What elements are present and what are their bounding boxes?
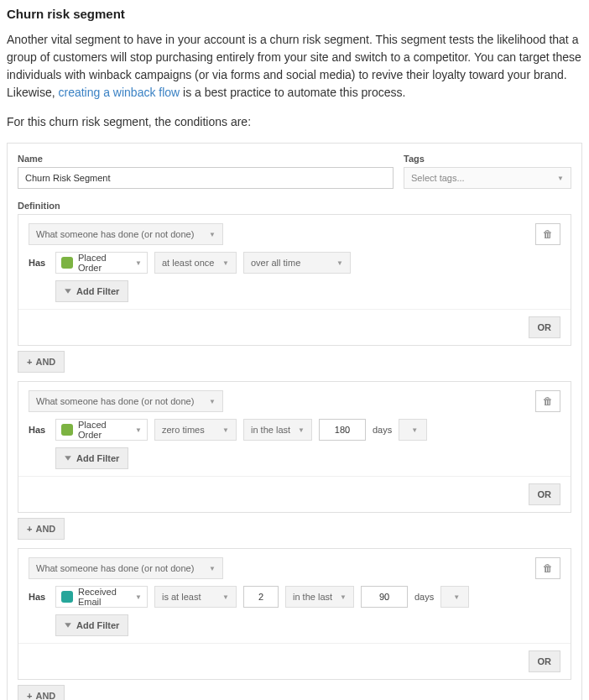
timerange-text: in the last xyxy=(251,425,290,435)
operator-text: is at least xyxy=(162,592,201,602)
intro-paragraph: Another vital segment to have in your ac… xyxy=(7,31,582,102)
event-select[interactable]: Placed Order▼ xyxy=(55,252,148,274)
or-button[interactable]: OR xyxy=(529,650,561,672)
unit-label: days xyxy=(414,592,434,602)
operator-select[interactable]: is at least▼ xyxy=(154,586,237,608)
chevron-down-icon: ▼ xyxy=(298,426,305,434)
condition-type-text: What someone has done (or not done) xyxy=(36,563,194,573)
timerange-select[interactable]: in the last▼ xyxy=(285,586,354,608)
chevron-down-icon: ▼ xyxy=(557,175,564,182)
or-button[interactable]: OR xyxy=(529,316,561,338)
has-label: Has xyxy=(29,425,49,435)
chevron-down-icon: ▼ xyxy=(222,259,229,267)
timerange-select[interactable]: in the last▼ xyxy=(243,419,312,441)
operator-text: zero times xyxy=(162,425,205,435)
and-button[interactable]: + AND xyxy=(18,351,65,373)
shopify-icon xyxy=(61,424,73,436)
winback-flow-link[interactable]: creating a winback flow xyxy=(58,86,180,99)
chevron-down-icon: ▼ xyxy=(135,426,142,434)
count-input[interactable] xyxy=(243,586,279,608)
name-label: Name xyxy=(18,154,394,164)
section-title: Churn risk segment xyxy=(7,7,582,21)
intro-text-2: is a best practice to automate this proc… xyxy=(180,86,405,99)
operator-select[interactable]: at least once▼ xyxy=(154,252,237,274)
timerange-select[interactable]: over all time▼ xyxy=(243,252,351,274)
chevron-down-icon: ▼ xyxy=(222,593,229,601)
tags-select[interactable]: Select tags...▼ xyxy=(404,167,571,189)
chevron-down-icon: ▼ xyxy=(209,231,216,238)
klaviyo-icon xyxy=(61,591,73,603)
timerange-text: in the last xyxy=(293,592,332,602)
segment-builder-panel: Name Tags Select tags...▼ Definition 🗑 W… xyxy=(7,143,582,700)
operator-text: at least once xyxy=(162,258,214,268)
chevron-down-icon: ▼ xyxy=(135,259,142,267)
delete-button[interactable]: 🗑 xyxy=(535,223,560,245)
condition-type-text: What someone has done (or not done) xyxy=(36,396,194,406)
tags-label: Tags xyxy=(404,154,571,164)
event-text: Placed Order xyxy=(78,420,130,440)
condition-type-text: What someone has done (or not done) xyxy=(36,229,194,239)
chevron-down-icon: ▼ xyxy=(135,593,142,601)
condition-group: 🗑 What someone has done (or not done)▼ H… xyxy=(18,381,571,513)
timerange-value-input[interactable] xyxy=(319,419,366,441)
operator-select[interactable]: zero times▼ xyxy=(154,419,237,441)
add-filter-button[interactable]: Add Filter xyxy=(55,447,128,469)
tags-placeholder: Select tags... xyxy=(411,173,465,183)
shopify-icon xyxy=(61,257,73,269)
chevron-down-icon: ▼ xyxy=(336,259,343,267)
condition-type-select[interactable]: What someone has done (or not done)▼ xyxy=(29,223,223,245)
condition-type-select[interactable]: What someone has done (or not done)▼ xyxy=(29,390,223,412)
conditions-intro: For this churn risk segment, the conditi… xyxy=(7,113,582,131)
delete-button[interactable]: 🗑 xyxy=(535,390,560,412)
has-label: Has xyxy=(29,592,49,602)
has-label: Has xyxy=(29,258,49,268)
segment-name-input[interactable] xyxy=(18,167,394,189)
chevron-down-icon: ▼ xyxy=(209,565,216,572)
event-text: Received Email xyxy=(78,587,130,607)
trash-icon: 🗑 xyxy=(543,562,553,574)
chevron-down-icon: ▼ xyxy=(411,426,418,434)
delete-button[interactable]: 🗑 xyxy=(535,557,560,579)
unit-select[interactable]: ▼ xyxy=(399,419,427,441)
and-text: AND xyxy=(35,691,55,700)
event-select[interactable]: Placed Order▼ xyxy=(55,419,148,441)
condition-group: 🗑 What someone has done (or not done)▼ H… xyxy=(18,548,571,680)
or-button[interactable]: OR xyxy=(529,483,561,505)
chevron-down-icon: ▼ xyxy=(340,593,347,601)
timerange-text: over all time xyxy=(251,258,300,268)
chevron-down-icon: ▼ xyxy=(453,593,460,601)
and-text: AND xyxy=(35,357,55,367)
unit-label: days xyxy=(373,425,392,435)
trash-icon: 🗑 xyxy=(543,228,553,240)
and-text: AND xyxy=(35,524,55,534)
add-filter-button[interactable]: Add Filter xyxy=(55,614,128,636)
event-select[interactable]: Received Email▼ xyxy=(55,586,148,608)
and-button[interactable]: + AND xyxy=(18,685,65,700)
and-button[interactable]: + AND xyxy=(18,518,65,540)
chevron-down-icon: ▼ xyxy=(222,426,229,434)
chevron-down-icon: ▼ xyxy=(209,398,216,405)
unit-select[interactable]: ▼ xyxy=(440,586,469,608)
condition-type-select[interactable]: What someone has done (or not done)▼ xyxy=(29,557,223,579)
event-text: Placed Order xyxy=(78,253,130,273)
add-filter-button[interactable]: Add Filter xyxy=(55,280,128,302)
condition-group: 🗑 What someone has done (or not done)▼ H… xyxy=(18,214,571,346)
trash-icon: 🗑 xyxy=(543,395,553,407)
definition-label: Definition xyxy=(18,201,571,211)
timerange-value-input[interactable] xyxy=(361,586,408,608)
